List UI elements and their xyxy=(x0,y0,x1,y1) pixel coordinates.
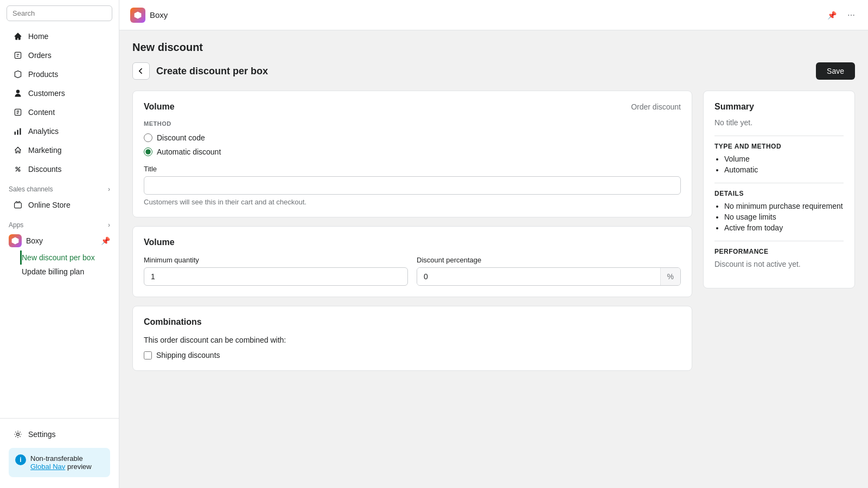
summary-performance: PERFORMANCE Discount is not active yet. xyxy=(714,248,844,268)
sidebar-item-marketing[interactable]: Marketing xyxy=(4,141,114,159)
settings-label: Settings xyxy=(28,430,56,439)
pin-topbar-icon[interactable]: 📌 xyxy=(825,9,839,22)
info-icon: i xyxy=(15,454,26,465)
discount-code-label: Discount code xyxy=(157,133,205,142)
global-nav-link[interactable]: Global Nav xyxy=(30,463,65,471)
sidebar-item-products[interactable]: Products xyxy=(4,65,114,84)
method-label: METHOD xyxy=(144,120,681,127)
orders-icon xyxy=(13,50,23,60)
sidebar-item-boxy[interactable]: Boxy 📌 xyxy=(0,231,119,251)
customers-icon xyxy=(13,88,23,98)
sub-nav-item-new-discount-label: New discount per box xyxy=(22,253,95,262)
sidebar-item-online-store[interactable]: Online Store xyxy=(4,196,114,214)
online-store-icon xyxy=(13,200,23,210)
sidebar: Home Orders Products Customers xyxy=(0,0,119,488)
sidebar-item-customers-label: Customers xyxy=(28,89,65,98)
summary-details: DETAILS No minimum purchase requirement … xyxy=(714,190,844,232)
products-icon xyxy=(13,69,23,79)
summary-title: Summary xyxy=(714,102,844,112)
non-transferable-banner: i Non-transferable Global Nav preview xyxy=(9,448,110,477)
shipping-discounts-input[interactable] xyxy=(144,351,152,359)
svg-rect-0 xyxy=(15,52,21,58)
sidebar-item-settings[interactable]: Settings xyxy=(4,425,114,444)
sidebar-item-analytics[interactable]: Analytics xyxy=(4,122,114,140)
sidebar-search-container xyxy=(0,0,119,27)
discount-code-radio[interactable]: Discount code xyxy=(144,133,681,142)
volume-quantity-card: Volume Minimum quantity Discount percent… xyxy=(132,226,692,297)
sidebar-item-online-store-label: Online Store xyxy=(28,201,71,209)
main-content: Boxy 📌 ⋯ New discount Create discount pe… xyxy=(119,0,868,488)
form-body: Volume Order discount METHOD Discount co… xyxy=(132,91,855,371)
sidebar-item-marketing-label: Marketing xyxy=(28,146,61,155)
combinations-title: Combinations xyxy=(144,317,202,327)
topbar-brand: Boxy xyxy=(130,8,168,23)
automatic-discount-label: Automatic discount xyxy=(157,147,221,156)
summary-detail-3: Active from today xyxy=(724,223,844,232)
discount-percentage-input-wrapper: % xyxy=(417,267,681,286)
form-heading: Create discount per box xyxy=(156,66,268,77)
discount-code-radio-input[interactable] xyxy=(144,133,152,142)
home-icon xyxy=(13,31,23,41)
volume-method-card: Volume Order discount METHOD Discount co… xyxy=(132,91,692,217)
sub-nav-item-billing[interactable]: Update billing plan xyxy=(22,265,119,279)
automatic-discount-radio[interactable]: Automatic discount xyxy=(144,147,681,156)
topbar: Boxy 📌 ⋯ xyxy=(119,0,868,30)
min-quantity-input[interactable] xyxy=(144,267,408,286)
form-main: Volume Order discount METHOD Discount co… xyxy=(132,91,692,371)
sidebar-nav: Home Orders Products Customers xyxy=(0,27,119,418)
banner-text: Non-transferable Global Nav preview xyxy=(30,454,92,471)
summary-divider-1 xyxy=(714,136,844,136)
volume-card-header: Volume Order discount xyxy=(144,102,681,112)
content-icon xyxy=(13,107,23,117)
form-title-row: Create discount per box xyxy=(132,62,268,80)
topbar-brand-name: Boxy xyxy=(150,10,168,20)
sidebar-item-customers[interactable]: Customers xyxy=(4,84,114,102)
search-input[interactable] xyxy=(7,5,112,21)
sub-nav-item-new-discount[interactable]: New discount per box xyxy=(20,251,119,265)
marketing-icon xyxy=(13,145,23,155)
sidebar-item-content[interactable]: Content xyxy=(4,103,114,121)
sidebar-item-home-label: Home xyxy=(28,32,48,41)
discount-percentage-input[interactable] xyxy=(417,268,660,285)
settings-icon xyxy=(13,429,23,439)
title-input[interactable] xyxy=(144,176,681,195)
form-header: Create discount per box Save xyxy=(132,62,855,80)
page-header: New discount xyxy=(119,30,868,62)
sales-channels-chevron[interactable]: › xyxy=(108,185,110,193)
discount-percentage-field: Discount percentage % xyxy=(417,256,681,286)
sidebar-item-orders[interactable]: Orders xyxy=(4,46,114,65)
summary-type-method-label: TYPE AND METHOD xyxy=(714,143,844,150)
apps-chevron[interactable]: › xyxy=(108,221,110,229)
svg-rect-4 xyxy=(15,203,22,208)
svg-point-2 xyxy=(16,167,17,169)
page-title: New discount xyxy=(132,41,855,54)
discounts-icon xyxy=(13,164,23,174)
boxy-app-label: Boxy xyxy=(26,236,43,245)
apps-section: Apps › xyxy=(0,215,119,231)
volume-quantity-title: Volume xyxy=(144,237,175,247)
more-topbar-icon[interactable]: ⋯ xyxy=(845,9,857,22)
sidebar-item-discounts[interactable]: Discounts xyxy=(4,160,114,178)
performance-text: Discount is not active yet. xyxy=(714,260,844,268)
title-hint: Customers will see this in their cart an… xyxy=(144,198,681,206)
percent-suffix: % xyxy=(660,268,680,285)
save-button[interactable]: Save xyxy=(816,62,855,80)
automatic-discount-radio-input[interactable] xyxy=(144,147,152,156)
form-sidebar: Summary No title yet. TYPE AND METHOD Vo… xyxy=(703,91,855,371)
volume-quantity-card-header: Volume xyxy=(144,237,681,247)
combinations-description: This order discount can be combined with… xyxy=(144,336,681,344)
summary-detail-1: No minimum purchase requirement xyxy=(724,202,844,210)
shipping-discounts-checkbox[interactable]: Shipping discounts xyxy=(144,351,681,359)
apps-label: Apps xyxy=(9,221,23,229)
summary-divider-3 xyxy=(714,241,844,241)
form-container: Create discount per box Save Volume Orde… xyxy=(119,62,868,384)
order-discount-label: Order discount xyxy=(631,102,681,111)
back-button[interactable] xyxy=(132,62,150,80)
sidebar-item-orders-label: Orders xyxy=(28,51,52,60)
sidebar-item-home[interactable]: Home xyxy=(4,27,114,46)
title-field-group: Title Customers will see this in their c… xyxy=(144,165,681,206)
title-field-label: Title xyxy=(144,165,681,173)
sales-channels-section: Sales channels › xyxy=(0,179,119,195)
volume-fields: Minimum quantity Discount percentage % xyxy=(144,256,681,286)
min-quantity-field: Minimum quantity xyxy=(144,256,408,286)
